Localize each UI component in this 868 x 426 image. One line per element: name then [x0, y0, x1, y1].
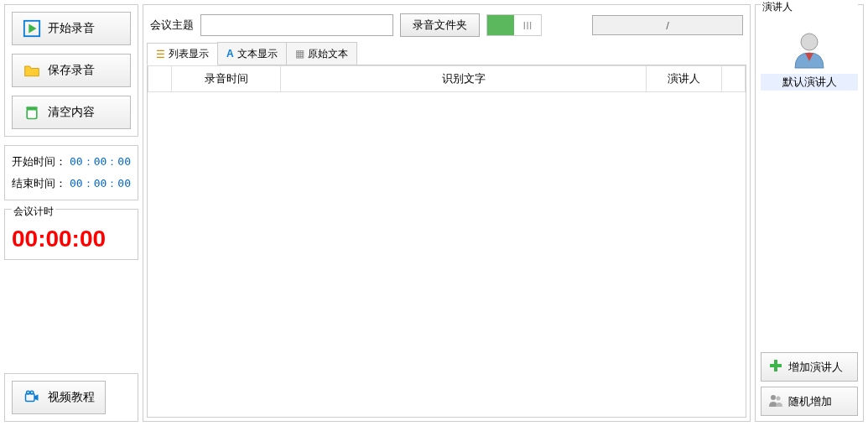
- speaker-group-label: 演讲人: [761, 0, 858, 14]
- save-record-label: 保存录音: [48, 63, 95, 78]
- play-icon: [23, 19, 41, 38]
- top-bar: 会议主题 录音文件夹 III /: [147, 8, 746, 42]
- topic-label: 会议主题: [150, 18, 194, 33]
- text-icon: A: [226, 48, 234, 60]
- speaker-item[interactable]: 默认演讲人: [761, 28, 858, 91]
- random-add-button[interactable]: 随机增加: [761, 387, 858, 416]
- col-time[interactable]: 录音时间: [172, 66, 281, 92]
- end-time-label: 结束时间：: [12, 176, 66, 191]
- tab-text-view[interactable]: A 文本显示: [217, 42, 287, 65]
- toggle-switch[interactable]: III: [486, 14, 542, 36]
- svg-rect-10: [770, 364, 782, 367]
- left-sidebar: 开始录音 保存录音 清空内容 开始时间： 00：00：00 结束时间：: [4, 4, 138, 422]
- video-icon: [23, 388, 41, 407]
- list-icon: ☰: [156, 49, 165, 60]
- svg-point-12: [777, 397, 781, 401]
- svg-rect-3: [26, 106, 37, 109]
- timer-panel: 会议计时 00:00:00: [4, 209, 138, 260]
- add-speaker-button[interactable]: 增加演讲人: [761, 352, 858, 382]
- tutorial-label: 视频教程: [48, 390, 95, 405]
- clear-content-button[interactable]: 清空内容: [12, 96, 131, 129]
- col-text[interactable]: 识别文字: [281, 66, 647, 92]
- col-speaker[interactable]: 演讲人: [647, 66, 722, 92]
- record-folder-button[interactable]: 录音文件夹: [400, 13, 480, 37]
- trash-icon: [23, 103, 41, 122]
- start-time-value: 00：00：00: [70, 154, 131, 169]
- svg-point-11: [771, 395, 776, 400]
- tabs: ☰ 列表显示 A 文本显示 ▦ 原始文本: [147, 42, 746, 65]
- start-record-label: 开始录音: [48, 21, 95, 36]
- start-record-button[interactable]: 开始录音: [12, 12, 131, 45]
- plus-icon: [768, 358, 783, 376]
- main-panel: 会议主题 录音文件夹 III / ☰ 列表显示 A 文本显示 ▦ 原始文本: [143, 4, 751, 422]
- tab-list-view[interactable]: ☰ 列表显示: [147, 43, 218, 65]
- svg-marker-1: [29, 24, 36, 34]
- time-panel: 开始时间： 00：00：00 结束时间： 00：00：00: [4, 145, 138, 200]
- svg-point-8: [801, 34, 818, 50]
- timer-label: 会议计时: [12, 205, 55, 219]
- toggle-off: III: [514, 15, 541, 35]
- timer-value: 00:00:00: [12, 226, 131, 252]
- clear-content-label: 清空内容: [48, 105, 95, 120]
- col-extra[interactable]: [722, 66, 746, 92]
- tutorial-panel: 视频教程: [4, 373, 138, 422]
- avatar-icon: [788, 28, 830, 70]
- tutorial-button[interactable]: 视频教程: [12, 381, 106, 414]
- speaker-panel: 演讲人 默认演讲人 增加演讲人 随机增加: [755, 4, 864, 422]
- topic-input[interactable]: [200, 14, 393, 36]
- toggle-on: [487, 15, 514, 35]
- speaker-name: 默认演讲人: [761, 74, 858, 91]
- progress-display: /: [592, 15, 743, 35]
- records-table: 录音时间 识别文字 演讲人: [148, 65, 746, 92]
- speaker-actions: 增加演讲人 随机增加: [761, 352, 858, 416]
- svg-rect-2: [27, 110, 37, 119]
- svg-point-6: [30, 391, 34, 394]
- raw-icon: ▦: [295, 48, 304, 60]
- tab-raw-text[interactable]: ▦ 原始文本: [286, 42, 357, 65]
- table-area: 录音时间 识别文字 演讲人: [147, 65, 746, 418]
- col-index[interactable]: [148, 66, 172, 92]
- save-record-button[interactable]: 保存录音: [12, 54, 131, 87]
- svg-point-5: [27, 391, 30, 394]
- action-panel: 开始录音 保存录音 清空内容: [4, 4, 138, 137]
- start-time-label: 开始时间：: [12, 154, 66, 169]
- people-icon: [768, 392, 783, 410]
- end-time-value: 00：00：00: [70, 176, 131, 191]
- svg-rect-4: [26, 394, 35, 402]
- folder-icon: [23, 61, 41, 80]
